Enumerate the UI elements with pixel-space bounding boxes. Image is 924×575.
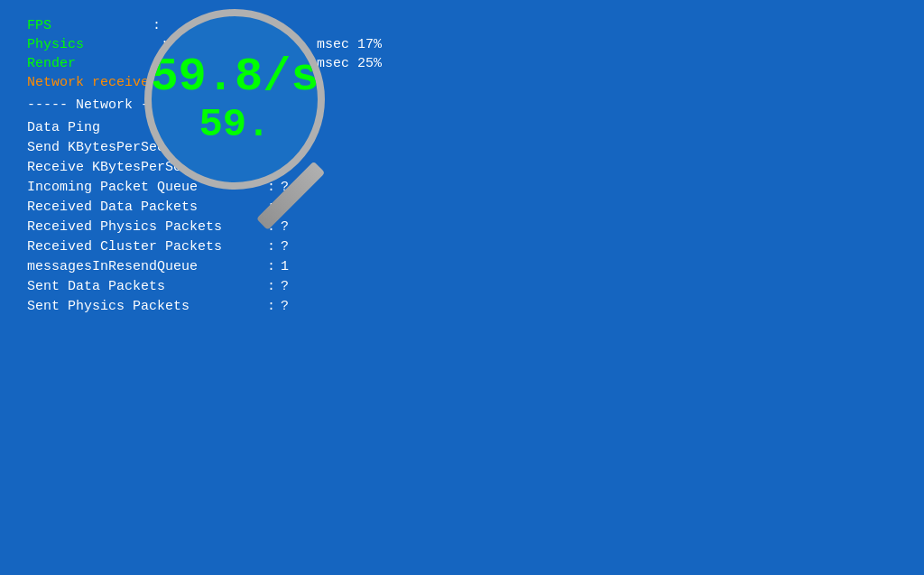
fps-row: FPS : xyxy=(27,18,897,33)
network-row-label: Incoming Packet Queue xyxy=(27,180,262,195)
network-receive-label: Network receive xyxy=(27,75,149,90)
network-row: messagesInResendQueue:1 xyxy=(27,259,897,274)
network-row-value: ? xyxy=(281,140,289,155)
fps-colon: : xyxy=(55,18,161,33)
network-row-colon: : xyxy=(267,120,275,135)
network-row-colon: : xyxy=(267,259,275,274)
network-row-value: ? xyxy=(281,219,289,235)
network-row-value: 1 xyxy=(281,259,289,274)
network-row-label: Sent Data Packets xyxy=(27,279,262,294)
network-row-colon: : xyxy=(267,219,275,235)
network-row-value: ? xyxy=(281,299,289,314)
network-row: Data Ping:? xyxy=(27,120,897,135)
render-extra: msec 25% xyxy=(317,56,382,71)
network-row-value: ? xyxy=(281,279,289,294)
physics-label: Physics xyxy=(27,37,84,52)
network-row: Received Physics Packets:? xyxy=(27,219,897,235)
network-row-colon: : xyxy=(267,160,275,175)
main-panel: FPS : Physics : msec 17% Render : msec 2… xyxy=(0,0,924,575)
network-receive-colon: : xyxy=(152,75,169,90)
network-row-value: ? xyxy=(281,199,289,215)
network-row-value: ? xyxy=(281,160,289,175)
render-colon: : xyxy=(79,56,169,71)
network-row-colon: : xyxy=(267,239,275,255)
network-row-label: Data Ping xyxy=(27,120,262,135)
physics-row: Physics : msec 17% xyxy=(27,37,897,52)
network-rows: Data Ping:?Send KBytesPerSec:?Receive KB… xyxy=(27,120,897,314)
network-row: Received Data Packets:? xyxy=(27,199,897,215)
physics-extra: msec 17% xyxy=(317,37,382,52)
network-row: Send KBytesPerSec:? xyxy=(27,140,897,155)
network-row-label: Received Data Packets xyxy=(27,199,262,215)
physics-colon: : xyxy=(88,37,169,52)
network-row-label: Received Cluster Packets xyxy=(27,239,262,255)
network-row-colon: : xyxy=(267,140,275,155)
network-row-label: Sent Physics Packets xyxy=(27,299,262,314)
network-divider: ----- Network ----- xyxy=(27,97,897,113)
network-row-colon: : xyxy=(267,299,275,314)
network-row-colon: : xyxy=(267,279,275,294)
network-row: Receive KBytesPerSec:? xyxy=(27,160,897,175)
network-row-colon: : xyxy=(267,199,275,215)
network-row-value: ? xyxy=(281,120,289,135)
network-receive-extra: 3 msec 1% xyxy=(178,75,251,90)
network-row-label: Send KBytesPerSec xyxy=(27,140,262,155)
network-row-label: Received Physics Packets xyxy=(27,219,262,235)
fps-label: FPS xyxy=(27,18,51,33)
network-row: Sent Data Packets:? xyxy=(27,279,897,294)
render-label: Render xyxy=(27,56,76,71)
network-row-label: messagesInResendQueue xyxy=(27,259,262,274)
render-row: Render : msec 25% xyxy=(27,56,897,71)
network-row: Received Cluster Packets:? xyxy=(27,239,897,255)
network-row: Incoming Packet Queue:? xyxy=(27,180,897,195)
network-row: Sent Physics Packets:? xyxy=(27,299,897,314)
network-row-value: ? xyxy=(281,239,289,255)
network-row-colon: : xyxy=(267,180,275,195)
network-receive-row: Network receive : 3 msec 1% xyxy=(27,75,897,90)
network-row-label: Receive KBytesPerSec xyxy=(27,160,262,175)
network-row-value: ? xyxy=(281,180,289,195)
